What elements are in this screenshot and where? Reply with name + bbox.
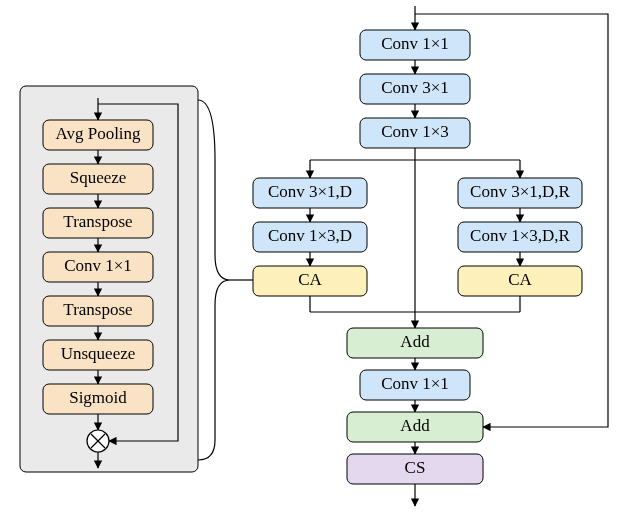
label-caL: CA xyxy=(298,270,322,289)
label-unsqueeze: Unsqueeze xyxy=(61,344,136,363)
block-caL: CA xyxy=(253,266,367,296)
label-cs: CS xyxy=(405,458,426,477)
label-conv1x3: Conv 1×3 xyxy=(381,122,449,141)
block-cs: CS xyxy=(347,454,483,484)
block-avgpool: Avg Pooling xyxy=(43,120,153,150)
block-conv3x1D: Conv 3×1,D xyxy=(253,178,367,208)
block-unsqueeze: Unsqueeze xyxy=(43,340,153,370)
label-conv1x1a: Conv 1×1 xyxy=(381,34,449,53)
label-add2: Add xyxy=(400,416,430,435)
label-conv3x1DR: Conv 3×1,D,R xyxy=(470,182,570,201)
block-conv1x1b: Conv 1×1 xyxy=(360,370,470,400)
label-transpose2: Transpose xyxy=(63,300,132,319)
block-conv1x3: Conv 1×3 xyxy=(360,118,470,148)
block-conv3x1: Conv 3×1 xyxy=(360,74,470,104)
label-conv1x1b: Conv 1×1 xyxy=(381,374,449,393)
label-avgpool: Avg Pooling xyxy=(55,124,141,143)
block-conv1x3D: Conv 1×3,D xyxy=(253,222,367,252)
label-sigmoid: Sigmoid xyxy=(69,388,127,407)
label-add1: Add xyxy=(400,332,430,351)
block-conv3x1DR: Conv 3×1,D,R xyxy=(458,178,582,208)
diagram-canvas: Avg Pooling Squeeze Transpose Conv 1×1 T… xyxy=(0,0,624,520)
label-transpose1: Transpose xyxy=(63,212,132,231)
block-conv1x3DR: Conv 1×3,D,R xyxy=(458,222,582,252)
block-sigmoid: Sigmoid xyxy=(43,384,153,414)
brace-connector xyxy=(198,100,230,460)
label-conv1x3D: Conv 1×3,D xyxy=(268,226,352,245)
multiply-node xyxy=(87,430,109,452)
block-conv1x1a: Conv 1×1 xyxy=(360,30,470,60)
label-caR: CA xyxy=(508,270,532,289)
block-conv1x1L: Conv 1×1 xyxy=(43,252,153,282)
block-transpose2: Transpose xyxy=(43,296,153,326)
block-add2: Add xyxy=(347,412,483,442)
block-transpose1: Transpose xyxy=(43,208,153,238)
block-add1: Add xyxy=(347,328,483,358)
block-squeeze: Squeeze xyxy=(43,164,153,194)
block-caR: CA xyxy=(458,266,582,296)
label-conv1x3DR: Conv 1×3,D,R xyxy=(470,226,570,245)
label-conv1x1L: Conv 1×1 xyxy=(64,256,132,275)
label-conv3x1D: Conv 3×1,D xyxy=(268,182,352,201)
label-squeeze: Squeeze xyxy=(70,168,127,187)
label-conv3x1: Conv 3×1 xyxy=(381,78,449,97)
